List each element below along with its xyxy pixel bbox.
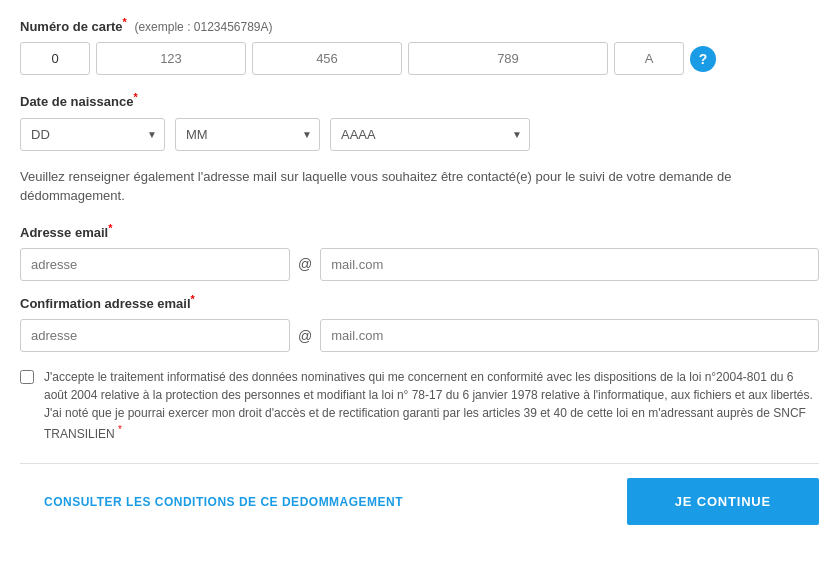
email-confirm-input-right[interactable]	[320, 319, 819, 352]
email-row: @	[20, 248, 819, 281]
email-at-symbol: @	[298, 256, 312, 272]
consent-row: J'accepte le traitement informatisé des …	[20, 368, 819, 443]
card-number-label: Numéro de carte* (exemple : 0123456789A)	[20, 16, 819, 34]
card-field-0[interactable]	[20, 42, 90, 75]
email-label: Adresse email*	[20, 222, 819, 240]
dob-label: Date de naissance*	[20, 91, 819, 109]
email-confirm-section: Confirmation adresse email* @	[20, 293, 819, 352]
card-field-4[interactable]	[614, 42, 684, 75]
card-field-1[interactable]	[96, 42, 246, 75]
dob-yyyy-wrapper: AAAA	[330, 118, 530, 151]
button-row: CONSULTER LES CONDITIONS DE CE DEDOMMAGE…	[20, 463, 819, 525]
consent-required-star: *	[118, 424, 122, 435]
card-number-label-text: Numéro de carte	[20, 19, 123, 34]
info-text: Veuillez renseigner également l'adresse …	[20, 167, 819, 206]
dob-yyyy-select[interactable]: AAAA	[330, 118, 530, 151]
dob-label-text: Date de naissance	[20, 95, 133, 110]
email-input-left[interactable]	[20, 248, 290, 281]
card-number-example: (exemple : 0123456789A)	[134, 20, 272, 34]
card-field-3[interactable]	[408, 42, 608, 75]
dob-mm-select[interactable]: MM	[175, 118, 320, 151]
card-help-icon[interactable]: ?	[690, 46, 716, 72]
email-section: Adresse email* @	[20, 222, 819, 281]
email-confirm-label: Confirmation adresse email*	[20, 293, 819, 311]
dob-dd-select[interactable]: DD	[20, 118, 165, 151]
dob-mm-wrapper: MM	[175, 118, 320, 151]
email-confirm-label-text: Confirmation adresse email	[20, 296, 191, 311]
dob-row: DD MM AAAA	[20, 118, 819, 151]
email-input-right[interactable]	[320, 248, 819, 281]
consent-text-content: J'accepte le traitement informatisé des …	[44, 370, 813, 441]
consent-text: J'accepte le traitement informatisé des …	[44, 368, 819, 443]
dob-dd-wrapper: DD	[20, 118, 165, 151]
email-confirm-row: @	[20, 319, 819, 352]
email-confirm-input-left[interactable]	[20, 319, 290, 352]
consult-button[interactable]: CONSULTER LES CONDITIONS DE CE DEDOMMAGE…	[20, 481, 427, 523]
email-confirm-at-symbol: @	[298, 328, 312, 344]
continue-button[interactable]: JE CONTINUE	[627, 478, 819, 525]
card-field-2[interactable]	[252, 42, 402, 75]
email-label-text: Adresse email	[20, 225, 108, 240]
card-number-row: ?	[20, 42, 819, 75]
consent-checkbox[interactable]	[20, 370, 34, 384]
